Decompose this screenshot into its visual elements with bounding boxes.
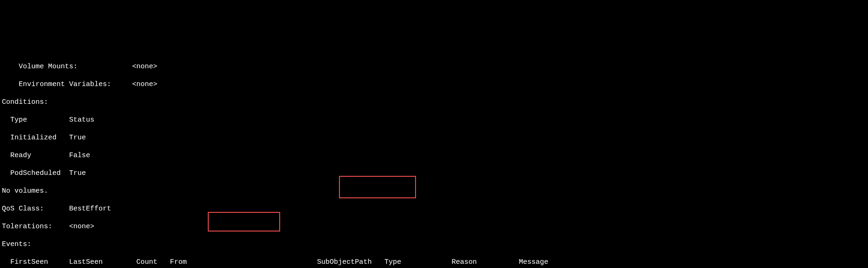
volumes-line: No volumes. [2,187,866,196]
terminal-output: Volume Mounts: <none> Environment Variab… [0,44,868,268]
volume-mounts-line: Volume Mounts: <none> [2,62,866,71]
highlight-pause-image-1 [339,176,416,198]
highlight-pause-image-2 [208,212,280,232]
tolerations-line: Tolerations: <none> [2,222,866,231]
condition-initialized: Initialized True [2,133,866,142]
conditions-label: Conditions: [2,98,866,107]
events-header: FirstSeen LastSeen Count From SubObjectP… [2,258,866,267]
conditions-header: Type Status [2,116,866,124]
env-vars-line: Environment Variables: <none> [2,80,866,89]
qos-line: QoS Class: BestEffort [2,204,866,213]
condition-podscheduled: PodScheduled True [2,169,866,178]
condition-ready: Ready False [2,151,866,160]
events-label: Events: [2,240,866,249]
